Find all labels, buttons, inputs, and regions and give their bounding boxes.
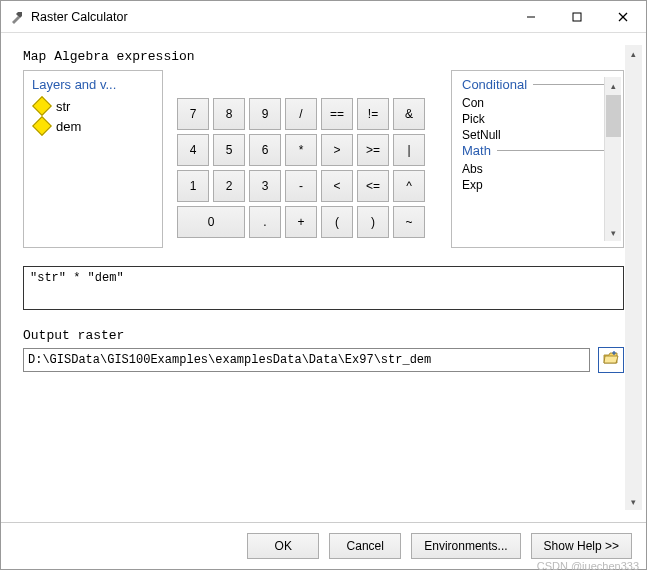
keypad-button-4[interactable]: 4 <box>177 134 209 166</box>
raster-diamond-icon <box>32 96 52 116</box>
cancel-button[interactable]: Cancel <box>329 533 401 559</box>
keypad-button-9[interactable]: 9 <box>249 98 281 130</box>
tool-group-header: Conditional <box>462 77 604 92</box>
keypad-button->[interactable]: > <box>321 134 353 166</box>
ok-button[interactable]: OK <box>247 533 319 559</box>
tools-scrollbar[interactable]: ▴ ▾ <box>604 77 621 241</box>
keypad-button-7[interactable]: 7 <box>177 98 209 130</box>
keypad-button-<[interactable]: < <box>321 170 353 202</box>
keypad-button-^[interactable]: ^ <box>393 170 425 202</box>
minimize-button[interactable] <box>508 1 554 32</box>
watermark-text: CSDN @juechen333 <box>537 560 639 570</box>
keypad-button-<=[interactable]: <= <box>357 170 389 202</box>
scroll-down-icon[interactable]: ▾ <box>605 224 622 241</box>
hammer-icon <box>9 9 25 25</box>
maximize-button[interactable] <box>554 1 600 32</box>
keypad-button-0[interactable]: 0 <box>177 206 245 238</box>
raster-calculator-window: Raster Calculator Map Algebra expression… <box>0 0 647 570</box>
keypad-button-*[interactable]: * <box>285 134 317 166</box>
keypad-button--[interactable]: - <box>285 170 317 202</box>
keypad-button-==[interactable]: == <box>321 98 353 130</box>
scroll-thumb[interactable] <box>606 95 621 137</box>
keypad-button->=[interactable]: >= <box>357 134 389 166</box>
keypad-button-5[interactable]: 5 <box>213 134 245 166</box>
folder-open-icon <box>602 349 620 371</box>
browse-button[interactable] <box>598 347 624 373</box>
layer-label: dem <box>56 119 81 134</box>
keypad-button-3[interactable]: 3 <box>249 170 281 202</box>
tool-item-setnull[interactable]: SetNull <box>462 127 604 143</box>
output-path-input[interactable] <box>23 348 590 372</box>
operator-keypad: 789/==!=&456*>>=|123-<<=^ 0 .+()~ <box>177 70 437 248</box>
show-help-button[interactable]: Show Help >> <box>531 533 632 559</box>
expression-input[interactable]: "str" * "dem" <box>23 266 624 310</box>
keypad-button-/[interactable]: / <box>285 98 317 130</box>
keypad-button-8[interactable]: 8 <box>213 98 245 130</box>
titlebar: Raster Calculator <box>1 1 646 33</box>
keypad-button-1[interactable]: 1 <box>177 170 209 202</box>
keypad-button-([interactable]: ( <box>321 206 353 238</box>
tool-group-header: Math <box>462 143 604 158</box>
layer-label: str <box>56 99 70 114</box>
tool-item-exp[interactable]: Exp <box>462 177 604 193</box>
keypad-button-|[interactable]: | <box>393 134 425 166</box>
environments-button[interactable]: Environments... <box>411 533 520 559</box>
tool-item-con[interactable]: Con <box>462 95 604 111</box>
layer-item[interactable]: str <box>28 96 158 116</box>
close-button[interactable] <box>600 1 646 32</box>
keypad-button-2[interactable]: 2 <box>213 170 245 202</box>
scroll-up-icon[interactable]: ▴ <box>625 45 642 62</box>
scroll-down-icon[interactable]: ▾ <box>625 493 642 510</box>
raster-diamond-icon <box>32 116 52 136</box>
tool-item-pick[interactable]: Pick <box>462 111 604 127</box>
keypad-button-+[interactable]: + <box>285 206 317 238</box>
keypad-button-)[interactable]: ) <box>357 206 389 238</box>
output-label: Output raster <box>23 328 624 343</box>
layers-list[interactable]: Layers and v... str dem <box>23 70 163 248</box>
content-scrollbar[interactable]: ▴ ▾ <box>625 45 642 510</box>
svg-rect-1 <box>573 13 581 21</box>
keypad-button-6[interactable]: 6 <box>249 134 281 166</box>
expression-label: Map Algebra expression <box>23 49 624 64</box>
tool-item-abs[interactable]: Abs <box>462 161 604 177</box>
keypad-button-.[interactable]: . <box>249 206 281 238</box>
keypad-button-&[interactable]: & <box>393 98 425 130</box>
window-title: Raster Calculator <box>31 10 128 24</box>
keypad-button-~[interactable]: ~ <box>393 206 425 238</box>
layer-item[interactable]: dem <box>28 116 158 136</box>
keypad-button-!=[interactable]: != <box>357 98 389 130</box>
content-area: Map Algebra expression Layers and v... s… <box>1 33 646 522</box>
scroll-up-icon[interactable]: ▴ <box>605 77 622 94</box>
tools-list: ConditionalConPickSetNullMathAbsExp ▴ ▾ <box>451 70 624 248</box>
dialog-footer: OK Cancel Environments... Show Help >> C… <box>1 522 646 569</box>
layers-header: Layers and v... <box>28 75 158 96</box>
